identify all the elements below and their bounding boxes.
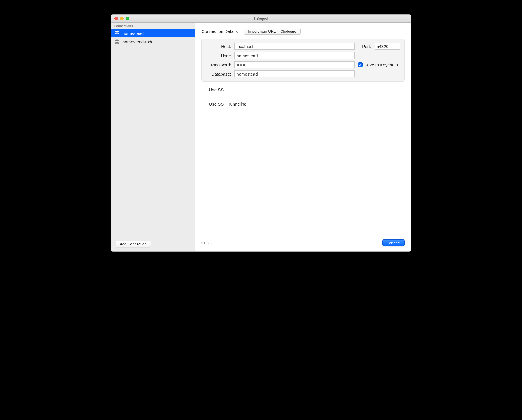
- sidebar-header: Connections: [111, 23, 195, 29]
- version-label: v1.5.3: [201, 241, 211, 245]
- checkmark-icon: [358, 62, 363, 67]
- sidebar-item-label: homestead-todo: [122, 39, 153, 44]
- window-title: PSequel: [111, 16, 411, 21]
- use-ssl-label: Use SSL: [209, 87, 226, 92]
- port-label: Port:: [362, 44, 371, 49]
- user-label: User:: [206, 53, 231, 58]
- connections-list: homestead homestead-todo: [111, 29, 195, 238]
- database-label: Database:: [206, 72, 231, 76]
- database-icon: [114, 39, 120, 44]
- host-input[interactable]: [234, 43, 355, 50]
- section-title: Connection Details: [201, 29, 238, 34]
- host-label: Host:: [206, 44, 231, 49]
- save-keychain-label: Save to Keychain: [364, 62, 398, 67]
- port-input[interactable]: [375, 43, 400, 50]
- use-ssh-checkbox[interactable]: Use SSH Tunneling: [203, 102, 246, 106]
- import-from-url-button[interactable]: Import from URL in Clipboard: [244, 28, 301, 35]
- titlebar: PSequel: [111, 15, 411, 23]
- svg-point-0: [115, 31, 119, 33]
- svg-point-1: [115, 40, 119, 41]
- sidebar-item-homestead[interactable]: homestead: [111, 29, 195, 37]
- connection-form: Host: Port: User: Password:: [201, 39, 405, 82]
- checkbox-box: [203, 102, 207, 106]
- user-input[interactable]: [234, 52, 355, 59]
- database-input[interactable]: [234, 70, 355, 77]
- connect-button[interactable]: Connect: [382, 239, 405, 246]
- sidebar-item-label: homestead: [122, 31, 144, 36]
- password-input[interactable]: [234, 61, 355, 68]
- use-ssl-checkbox[interactable]: Use SSL: [203, 87, 226, 92]
- app-window: PSequel Connections homestead: [111, 14, 411, 252]
- sidebar: Connections homestead: [111, 23, 195, 251]
- password-label: Password:: [206, 62, 231, 67]
- use-ssh-label: Use SSH Tunneling: [209, 102, 246, 106]
- add-connection-button[interactable]: Add Connection: [116, 241, 151, 247]
- main-panel: Connection Details Import from URL in Cl…: [195, 23, 411, 251]
- sidebar-item-homestead-todo[interactable]: homestead-todo: [111, 37, 195, 46]
- database-icon: [114, 31, 120, 35]
- save-keychain-checkbox[interactable]: Save to Keychain: [358, 62, 398, 67]
- checkbox-box: [203, 88, 207, 92]
